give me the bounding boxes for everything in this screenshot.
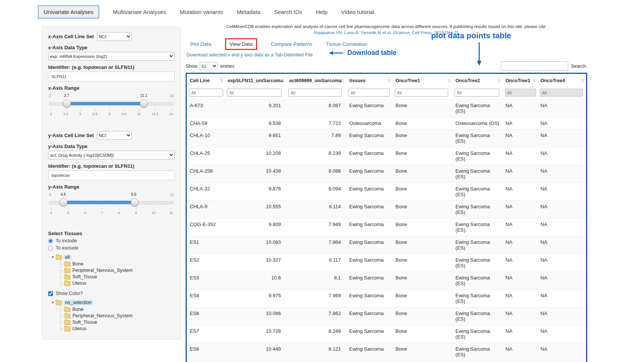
- tree-root-all[interactable]: ▾all: [52, 254, 175, 260]
- column-header-oncotree2[interactable]: OncoTree2⇅: [452, 74, 502, 87]
- nav-tab-search-ids[interactable]: Search IDs: [274, 9, 302, 15]
- cell: NA: [503, 236, 538, 254]
- cell: 7.862: [286, 307, 346, 325]
- table-controls: Show 61 entries Search:: [186, 61, 587, 71]
- tab-plot-data[interactable]: Plot Data: [190, 41, 211, 47]
- sort-icon[interactable]: ⇅: [341, 78, 345, 83]
- tree-item-peripheral-nervous-system[interactable]: Peripheral_Nervous_System: [61, 267, 175, 273]
- entries-select[interactable]: 61: [200, 62, 218, 70]
- annotation-plot-table-label: plot data points table: [431, 31, 511, 40]
- slider-tick: 8: [117, 207, 120, 215]
- sort-icon[interactable]: ⇅: [388, 78, 391, 83]
- sort-icon[interactable]: ⇅: [220, 78, 223, 83]
- tree-root-no-selection[interactable]: ▾no_selection: [52, 300, 175, 305]
- tree-item-peripheral-nervous-system[interactable]: Peripheral_Nervous_System: [61, 312, 175, 319]
- sort-icon[interactable]: ⇅: [497, 78, 501, 83]
- column-filter-act609699-unisarcoma[interactable]: [288, 89, 342, 97]
- cell: NA: [538, 361, 586, 362]
- cell: Ewing Sarcoma (ES): [452, 307, 502, 325]
- cell: Ewing Sarcoma: [346, 361, 392, 362]
- y-axis-data-type-select[interactable]: act: Drug Activity (-log10[IC50M]): [48, 151, 175, 159]
- tree-item-soft-tissue[interactable]: Soft_Tissue: [61, 273, 175, 280]
- filter-cell: [452, 87, 502, 100]
- x-axis-cell-line-set-select[interactable]: NCI: [97, 32, 132, 41]
- cell: NA: [503, 100, 538, 117]
- column-header-cell-line[interactable]: Cell Line⇅: [187, 74, 225, 87]
- tree-item-label: Uterus: [72, 326, 86, 331]
- tree-item-uterus[interactable]: Uterus: [61, 325, 175, 332]
- column-filter-oncotree2[interactable]: [455, 89, 499, 97]
- citation-link[interactable]: Rajapakse.VN, Luna.A, Yamade.M et al. iS…: [186, 30, 587, 35]
- column-filter-oncotree4[interactable]: [540, 89, 583, 97]
- column-filter-expslfn11-unisarcoma[interactable]: [227, 89, 281, 97]
- y-axis-identifier-input[interactable]: [48, 170, 175, 180]
- column-filter-oncotree3[interactable]: [505, 89, 536, 97]
- slider-handle-left[interactable]: [59, 198, 67, 206]
- slider-tick: 10: [152, 207, 156, 215]
- cell: CHLA-258: [187, 165, 225, 183]
- tissues-exclude-option[interactable]: To exclude: [48, 245, 175, 251]
- y-axis-cell-line-set-select[interactable]: NCI: [97, 131, 132, 140]
- column-filter-cell-line[interactable]: [189, 89, 223, 97]
- filter-cell: [346, 87, 392, 100]
- sort-icon[interactable]: ⇅: [581, 78, 585, 83]
- column-header-tissues[interactable]: tissues⇅: [346, 74, 392, 87]
- search-input[interactable]: [501, 61, 568, 71]
- cell: NA: [538, 307, 586, 325]
- x-axis-identifier-input[interactable]: [48, 72, 175, 81]
- cell: ES2: [187, 254, 225, 272]
- cell: NA: [503, 307, 538, 325]
- show-color-checkbox[interactable]: [48, 291, 53, 296]
- sort-icon[interactable]: ⇅: [447, 78, 451, 83]
- sort-icon[interactable]: ⇅: [533, 78, 536, 83]
- include-radio[interactable]: [48, 239, 53, 243]
- show-color-option[interactable]: Show Color?: [48, 291, 175, 296]
- tree-item-bone[interactable]: Bone: [61, 306, 175, 312]
- cell: 10.728: [225, 325, 286, 343]
- x-axis-data-type-select[interactable]: exp: mRNA Expression (log2): [48, 52, 175, 61]
- download-link[interactable]: Download selected x and y axis data as a…: [186, 52, 313, 58]
- tree-item-uterus[interactable]: Uterus: [61, 280, 175, 286]
- column-header-oncotree1[interactable]: OncoTree1⇅: [392, 74, 452, 87]
- cell: Bone: [392, 290, 452, 307]
- slider-tick: 11: [169, 207, 173, 215]
- nav-tab-multivariate-analyses[interactable]: Multivariate Analyses: [113, 9, 166, 15]
- nav-tab-mutation-variants[interactable]: Mutation variants: [180, 9, 223, 15]
- slider-min-label: 2: [49, 94, 51, 98]
- x-axis-range-slider[interactable]: 2 14 3.7 11.1 23.556.589.51112.514: [49, 92, 174, 117]
- column-filter-tissues[interactable]: [349, 89, 390, 97]
- column-header-oncotree3[interactable]: OncoTree3⇅: [503, 74, 538, 87]
- nav-tab-metadata[interactable]: Metadata: [237, 9, 261, 15]
- slider-from-label: 4.8: [61, 192, 66, 197]
- nav-tab-video-tutorial[interactable]: Video tutorial: [341, 9, 374, 15]
- table-row: CHA-599.5387.722OsteosarcomaBoneOsteosar…: [187, 117, 586, 130]
- cell: Bone: [392, 183, 452, 201]
- tab-view-data[interactable]: View Data: [230, 41, 253, 47]
- folder-icon: [64, 275, 70, 279]
- cell: NA: [538, 254, 586, 272]
- slider-handle-right[interactable]: [131, 198, 139, 206]
- nav-tab-univariate-analyses[interactable]: Univariate Analyses: [38, 5, 99, 19]
- exclude-radio[interactable]: [48, 246, 53, 251]
- column-header-oncotree4[interactable]: OncoTree4⇅: [538, 74, 586, 87]
- slider-handle-right[interactable]: [140, 100, 148, 108]
- y-axis-range-slider[interactable]: 4 11 4.8 8.8 4567891011: [49, 191, 174, 216]
- tree-item-bone[interactable]: Bone: [61, 261, 175, 267]
- slider-handle-left[interactable]: [63, 100, 71, 108]
- cell: 8.082: [286, 361, 346, 362]
- slider-tick: 9: [134, 207, 138, 215]
- nav-tab-help[interactable]: Help: [316, 9, 328, 15]
- tissues-include-option[interactable]: To include: [48, 238, 175, 243]
- column-header-expslfn11-unisarcoma[interactable]: expSLFN11_uniSarcoma⇅: [225, 74, 286, 87]
- cell: 10.6: [225, 272, 286, 290]
- tab-tissue-correlation[interactable]: Tissue Correlation: [326, 41, 367, 47]
- column-filter-oncotree1[interactable]: [395, 89, 448, 97]
- sort-icon[interactable]: ⇅: [281, 78, 284, 83]
- table-row: ES710.7288.249Ewing SarcomaBoneEwing Sar…: [187, 325, 586, 343]
- tree-item-soft-tissue[interactable]: Soft_Tissue: [61, 319, 175, 325]
- table-row: CHLA-109.6517.89Ewing SarcomaBoneEwing S…: [187, 130, 586, 147]
- cell: 7.969: [286, 290, 346, 307]
- tab-compare-patterns[interactable]: Compare Patterns: [271, 41, 313, 47]
- column-header-act609699-unisarcoma[interactable]: act609699_uniSarcoma⇅: [286, 74, 346, 87]
- cell: 9.538: [225, 117, 286, 130]
